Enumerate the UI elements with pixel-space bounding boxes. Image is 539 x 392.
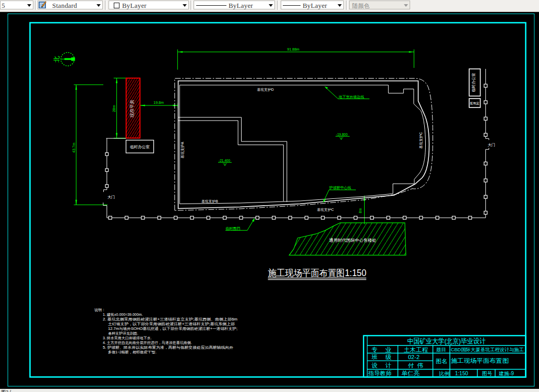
svg-text:施工现场平面布置图1:150: 施工现场平面布置图1:150 (268, 268, 367, 278)
svg-text:土钉墙支护，以下部分采用钢筋砼灌注桩+三道锚杆支护;基坑东侧: 土钉墙支护，以下部分采用钢筋砼灌注桩+三道锚杆支护;基坑东侧上部 (108, 322, 235, 326)
svg-text:基坑支护A: 基坑支护A (181, 141, 185, 158)
svg-text:大门: 大门 (107, 195, 115, 199)
svg-text:12.7m与墙外SOHO基坑挖通，以下部分采用钢筋砼灌注桩+: 12.7m与墙外SOHO基坑挖通，以下部分采用钢筋砼灌注桩+一道锚杆支护; (108, 326, 237, 331)
svg-text:1:150: 1:150 (455, 371, 468, 376)
svg-text:43.7m: 43.7m (72, 142, 76, 153)
svg-text:指导教师: 指导教师 (367, 370, 391, 376)
svg-text:大门: 大门 (488, 142, 495, 147)
svg-text:临时围挡: 临时围挡 (226, 227, 241, 231)
svg-text:护坡桩中心线: 护坡桩中心线 (329, 185, 351, 189)
svg-text:图名: 图名 (436, 358, 447, 364)
svg-text:通用时代国际中心售楼处: 通用时代国际中心售楼处 (329, 237, 376, 243)
svg-text:8m: 8m (358, 208, 362, 213)
svg-text:各种支护详见剖图.: 各种支护详见剖图. (108, 331, 138, 336)
svg-text:基坑支护C: 基坑支护C (419, 132, 423, 149)
svg-text:土木工程: 土木工程 (404, 347, 428, 353)
svg-text:基坑支护B: 基坑支护B (201, 199, 218, 204)
svg-text:建施-9: 建施-9 (498, 371, 514, 376)
svg-text:配电室: 配电室 (470, 101, 480, 105)
svg-text:3. 降水采用大口井辅排地下水.: 3. 降水采用大口井辅排地下水. (103, 336, 152, 340)
svg-text:说明：: 说明： (94, 308, 105, 312)
svg-text:现存平房: 现存平房 (129, 100, 135, 117)
svg-text:5. 护坡桩、降水井以实际布置为准，高桩与低桩交接处应沿高桩: 5. 护坡桩、降水井以实际布置为准，高桩与低桩交接处应沿高桩轴线向外 (103, 345, 233, 350)
svg-text:CBD国际大厦基坑工程设计与施工: CBD国际大厦基坑工程设计与施工 (451, 347, 524, 352)
svg-text:1. 建筑±0.000=39.000m.: 1. 建筑±0.000=39.000m. (103, 313, 142, 317)
svg-text:题目: 题目 (436, 347, 446, 352)
svg-text:单仁亮: 单仁亮 (402, 370, 420, 376)
svg-text:-21.400: -21.400 (219, 159, 230, 162)
svg-text:图号: 图号 (482, 371, 493, 376)
svg-text:临时办公室: 临时办公室 (130, 145, 150, 149)
svg-text:19.8m: 19.8m (153, 101, 164, 104)
svg-text:2. 基坑北侧采用钢筋砼灌注桩+三道锚杆直立支护;基坑西侧、: 2. 基坑北侧采用钢筋砼灌注桩+三道锚杆直立支护;基坑西侧、南侧上部6m (103, 317, 237, 322)
svg-text:北: 北 (53, 56, 61, 63)
svg-text:28m: 28m (112, 105, 116, 112)
svg-text:中国矿业大学(北京)毕业设计: 中国矿业大学(北京)毕业设计 (408, 337, 486, 345)
svg-text:临时办公室: 临时办公室 (471, 73, 476, 92)
svg-text:多做1~2根桩，相邻做成"T"型.: 多做1~2根桩，相邻做成"T"型. (108, 350, 157, 354)
svg-text:02-2: 02-2 (408, 354, 420, 360)
svg-text:地下室外墙边线: 地下室外墙边线 (338, 95, 364, 99)
svg-text:91.88m: 91.88m (287, 47, 300, 51)
svg-text:施工现场平面布置图: 施工现场平面布置图 (451, 358, 509, 364)
svg-text:基坑支护D: 基坑支护D (257, 88, 274, 92)
svg-text:比例: 比例 (439, 371, 450, 376)
svg-text:4. 土方开挖自北向南分层开挖进行，马道设在基坑南侧.: 4. 土方开挖自北向南分层开挖进行，马道设在基坑南侧. (103, 340, 192, 345)
svg-text:-19.800: -19.800 (336, 133, 348, 136)
svg-text:基坑支护C: 基坑支护C (317, 208, 334, 212)
